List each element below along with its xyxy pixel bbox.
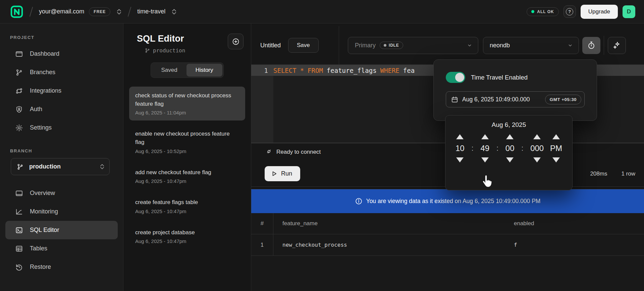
meridiem-up-button[interactable] [552, 134, 560, 139]
sidebar-item-restore[interactable]: Restore [5, 258, 118, 276]
plus-circle-icon [232, 38, 240, 46]
milliseconds-spinner: 000 [530, 134, 544, 162]
branch-icon [145, 48, 150, 53]
sidebar-item-overview[interactable]: Overview [5, 184, 118, 202]
branch-icon [16, 163, 24, 171]
seconds-down-button[interactable] [506, 157, 514, 162]
column-enabled[interactable]: enabled [514, 220, 644, 227]
editor-toolbar: Untitled Save Primary IDLE neondb [251, 23, 644, 64]
restore-icon [15, 263, 23, 271]
branch-icon [15, 68, 23, 77]
meridiem-spinner: PM [550, 134, 562, 162]
minutes-spinner: 49 [480, 134, 489, 162]
meridiem-value: PM [550, 144, 562, 153]
sidebar-item-branches[interactable]: Branches [5, 63, 118, 82]
database-dropdown[interactable]: neondb [483, 37, 579, 54]
compute-status-badge: IDLE [380, 42, 403, 49]
help-button[interactable]: ? [564, 5, 576, 18]
column-index: # [251, 213, 273, 234]
chart-icon [15, 208, 23, 216]
user-avatar[interactable]: D [623, 5, 635, 18]
seconds-value: 00 [505, 144, 515, 153]
chevron-updown-icon [100, 163, 105, 170]
toggle-knob [455, 73, 464, 82]
table-icon [15, 245, 23, 253]
datetime-value: Aug 6, 2025 10:49:00.000 [462, 96, 541, 103]
history-item[interactable]: add new checkout feature flag Aug 6, 202… [129, 163, 245, 189]
plug-icon [265, 148, 272, 156]
minutes-value: 49 [480, 144, 489, 153]
project-name[interactable]: time-travel [137, 8, 165, 15]
upgrade-button[interactable]: Upgrade [581, 5, 618, 19]
time-travel-button[interactable] [582, 37, 600, 54]
minutes-up-button[interactable] [481, 134, 489, 139]
history-list: check status of new checkout process fea… [129, 87, 245, 249]
overview-icon [15, 189, 23, 197]
branch-selector-value: production [29, 163, 94, 170]
milliseconds-value: 000 [530, 144, 544, 153]
history-item[interactable]: create project database Aug 6, 2025 - 10… [129, 224, 245, 249]
branch-section-label: BRANCH [0, 148, 123, 153]
project-switcher-icon[interactable] [171, 8, 177, 15]
sidebar-item-sql-editor[interactable]: SQL Editor [5, 221, 118, 239]
milliseconds-up-button[interactable] [533, 134, 541, 139]
branch-selector[interactable]: production [11, 158, 110, 175]
query-duration: 208ms [590, 171, 607, 177]
row-count: 1 row [621, 171, 635, 177]
milliseconds-down-button[interactable] [533, 157, 541, 162]
datetime-picker: Aug 6, 2025 10 : 49 : 00 : 000 [445, 115, 573, 190]
play-icon [271, 171, 277, 177]
integrations-icon [15, 87, 23, 95]
sql-editor-icon [15, 226, 23, 234]
save-button[interactable]: Save [288, 38, 319, 53]
panel-title: SQL Editor [137, 34, 185, 44]
saved-history-tabs: Saved History [151, 62, 223, 78]
editor-gutter [251, 65, 273, 143]
minutes-down-button[interactable] [481, 157, 489, 162]
breadcrumb-divider [128, 7, 131, 16]
meridiem-down-button[interactable] [552, 157, 560, 162]
top-header: your@email.com FREE time-travel ALL OK ?… [0, 0, 644, 23]
column-feature-name[interactable]: feature_name [273, 220, 514, 227]
status-badge[interactable]: ALL OK [527, 7, 558, 16]
sidebar-item-integrations[interactable]: Integrations [5, 82, 118, 100]
hours-up-button[interactable] [456, 134, 464, 139]
new-query-button[interactable] [228, 34, 244, 49]
plan-badge: FREE [89, 7, 110, 16]
results-table: # feature_name enabled 1 new_checkout_pr… [251, 213, 644, 291]
hours-down-button[interactable] [456, 157, 464, 162]
run-button[interactable]: Run [265, 166, 300, 181]
tab-history[interactable]: History [186, 64, 222, 77]
banner-text: You are viewing data as it existed on Au… [366, 198, 541, 205]
account-email[interactable]: your@email.com [39, 8, 84, 15]
history-item[interactable]: create feature flags table Aug 6, 2025 -… [129, 193, 245, 219]
sidebar-item-settings[interactable]: Settings [5, 118, 118, 137]
sidebar-item-dashboard[interactable]: Dashboard [5, 45, 118, 63]
time-spinner: 10 : 49 : 00 : 000 PM [453, 134, 564, 162]
tab-saved[interactable]: Saved [152, 64, 186, 77]
idle-dot [384, 44, 386, 47]
neon-logo[interactable] [10, 5, 23, 18]
sidebar-item-auth[interactable]: Auth [5, 100, 118, 118]
seconds-up-button[interactable] [506, 134, 514, 139]
sql-text: SELECT*FROMfeature_flagsWHEREfea [273, 67, 418, 74]
sparkles-icon [612, 41, 621, 50]
sidebar-item-monitoring[interactable]: Monitoring [5, 202, 118, 221]
project-section-label: PROJECT [0, 35, 123, 40]
account-switcher-icon[interactable] [116, 8, 122, 15]
ai-assistant-button[interactable] [608, 37, 626, 54]
timezone-badge: GMT +05:30 [545, 95, 581, 104]
stopwatch-icon [587, 41, 596, 50]
datetime-input[interactable]: Aug 6, 2025 10:49:00.000 GMT +05:30 [446, 91, 585, 107]
table-row[interactable]: 1 new_checkout_process f [251, 234, 644, 256]
hours-value: 10 [455, 144, 465, 153]
query-tab[interactable]: Untitled Save [251, 26, 339, 64]
compute-dropdown[interactable]: Primary IDLE [348, 37, 478, 54]
sidebar-item-tables[interactable]: Tables [5, 239, 118, 258]
status-ok-dot [531, 10, 534, 13]
results-header-row: # feature_name enabled [251, 213, 644, 234]
time-travel-toggle[interactable] [446, 72, 465, 83]
history-item[interactable]: enable new checkout process feature flag… [129, 125, 245, 159]
history-item[interactable]: check status of new checkout process fea… [129, 87, 245, 120]
query-tab-title: Untitled [260, 42, 281, 49]
